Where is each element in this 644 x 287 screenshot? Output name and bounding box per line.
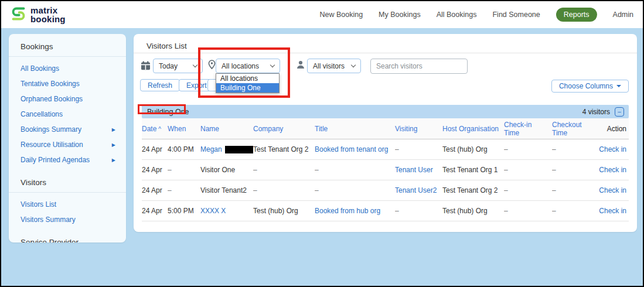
redacted-text (225, 146, 253, 153)
sidebar-section-bookings: Bookings (9, 34, 126, 56)
col-header-host-organisation[interactable]: Host Organisation (442, 125, 504, 133)
cell-date: 24 Apr (142, 145, 168, 153)
matrix-booking-logo[interactable]: matrix booking (11, 6, 66, 24)
chevron-down-icon (193, 63, 197, 67)
location-select[interactable]: All locations (216, 59, 280, 73)
col-header-checkout-time[interactable]: Checkout Time (552, 121, 599, 137)
cell-company: Test Tenant Org 2 (253, 145, 315, 153)
caret-down-icon (616, 85, 621, 87)
cell-name-link[interactable]: XXXX X (200, 207, 253, 215)
col-header-checkin-time[interactable]: Check-in Time (504, 121, 552, 137)
table-header-row: Date^ When Name Company Title Visiting H… (142, 118, 629, 139)
visitor-type-select[interactable]: All visitors (307, 59, 361, 73)
check-in-link[interactable]: Check in (599, 166, 629, 174)
sidebar-item-visitors-summary[interactable]: Visitors Summary (9, 212, 126, 227)
check-in-link[interactable]: Check in (599, 207, 629, 215)
cell-host-organisation: Test (hub) Org (442, 145, 504, 153)
nav-admin[interactable]: Admin (613, 11, 633, 19)
table-row: 24 Apr 5:00 PM XXXX X Test (hub) Org Boo… (142, 201, 629, 221)
logo-wordmark: matrix booking (30, 6, 66, 24)
page-title: Visitors List (134, 34, 637, 50)
cell-visiting-link[interactable]: Tenant User2 (395, 186, 442, 194)
cell-when: 5:00 PM (168, 207, 200, 215)
cell-checkin-time: – (504, 186, 552, 194)
sidebar-item-orphaned-bookings[interactable]: Orphaned Bookings (9, 91, 126, 107)
date-range-select[interactable]: Today (153, 59, 203, 73)
nav-my-bookings[interactable]: My Bookings (379, 11, 421, 19)
sidebar: Bookings All Bookings Tentative Bookings… (9, 34, 126, 242)
visitors-table: Date^ When Name Company Title Visiting H… (142, 118, 629, 221)
cell-checkout-time: – (552, 166, 599, 174)
sidebar-section-visitors: Visitors (9, 170, 126, 192)
dropdown-option-building-one[interactable]: Building One (216, 83, 279, 93)
col-header-when[interactable]: When (168, 125, 200, 133)
cell-date: 24 Apr (142, 166, 168, 174)
cell-host-organisation: Test Tenant Org 1 (442, 166, 504, 174)
sidebar-item-tentative-bookings[interactable]: Tentative Bookings (9, 76, 126, 91)
chevron-down-icon (351, 63, 356, 67)
cell-checkin-time: – (504, 207, 552, 215)
col-header-visiting[interactable]: Visiting (395, 125, 442, 133)
visitor-count-label: 4 visitors (582, 108, 610, 116)
nav-all-bookings[interactable]: All Bookings (437, 11, 477, 19)
group-name-label: Building One (147, 108, 189, 116)
col-header-title[interactable]: Title (315, 125, 395, 133)
sidebar-item-daily-printed-agendas[interactable]: Daily Printed Agendas ▶ (9, 152, 126, 168)
building-group-header: Building One 4 visitors − (142, 105, 629, 118)
cell-checkin-time: – (504, 166, 552, 174)
cell-title-link[interactable]: Booked from tenant org (315, 145, 395, 153)
sidebar-bookings-list: All Bookings Tentative Bookings Orphaned… (9, 57, 126, 170)
cell-visiting-link[interactable]: Tenant User (395, 166, 442, 174)
cell-when: – (168, 186, 200, 194)
cell-visiting: – (395, 145, 442, 153)
check-in-link[interactable]: Check in (599, 145, 629, 153)
top-navigation: New Booking My Bookings All Bookings Fin… (319, 8, 633, 22)
table-row: 24 Apr – Visitor One – – Tenant User Tes… (142, 160, 629, 180)
visitors-list-panel: Visitors List Today All locations (134, 34, 637, 232)
cell-title-link[interactable]: Booked from hub org (315, 207, 395, 215)
cell-name: Visitor One (200, 166, 253, 174)
location-dropdown-list: All locations Building One (216, 73, 280, 93)
sidebar-item-all-bookings[interactable]: All Bookings (9, 61, 126, 76)
cell-when: – (168, 166, 200, 174)
sidebar-section-service-provider: Service Provider (9, 230, 126, 242)
cell-checkout-time: – (552, 207, 599, 215)
matrix-s-logo-icon (11, 6, 26, 24)
cell-host-organisation: Test Tenant Org 2 (442, 186, 504, 194)
chevron-down-icon (270, 63, 275, 67)
cell-checkout-time: – (552, 186, 599, 194)
cell-host-organisation: Test (hub) Org (442, 207, 504, 215)
refresh-button[interactable]: Refresh (140, 79, 180, 91)
cell-date: 24 Apr (142, 207, 168, 215)
cell-name: Visitor Tenant2 (200, 186, 253, 194)
sidebar-visitors-list: Visitors List Visitors Summary (9, 193, 126, 230)
sidebar-item-bookings-summary[interactable]: Bookings Summary ▶ (9, 122, 126, 137)
calendar-icon (141, 61, 151, 73)
cell-company: Test (hub) Org (253, 207, 315, 215)
col-header-date[interactable]: Date^ (142, 125, 168, 133)
submenu-arrow-icon: ▶ (112, 158, 115, 163)
sidebar-item-resource-utilisation[interactable]: Resource Utilisation ▶ (9, 137, 126, 152)
sidebar-item-cancellations[interactable]: Cancellations (9, 107, 126, 122)
cell-date: 24 Apr (142, 186, 168, 194)
check-in-link[interactable]: Check in (599, 186, 629, 194)
sidebar-item-visitors-list[interactable]: Visitors List (9, 197, 126, 212)
nav-find-someone[interactable]: Find Someone (492, 11, 540, 19)
search-visitors-input[interactable] (370, 59, 468, 74)
collapse-group-button[interactable]: − (615, 107, 624, 117)
nav-reports[interactable]: Reports (556, 8, 597, 22)
nav-new-booking[interactable]: New Booking (319, 11, 363, 19)
col-header-name[interactable]: Name (200, 125, 253, 133)
cell-company: – (253, 186, 315, 194)
cell-title: – (315, 166, 395, 174)
dropdown-option-all-locations[interactable]: All locations (216, 74, 279, 83)
person-icon (297, 60, 305, 71)
cell-title: – (315, 186, 395, 194)
submenu-arrow-icon: ▶ (112, 127, 115, 132)
cell-name-link[interactable]: Megan (200, 145, 253, 153)
col-header-company[interactable]: Company (253, 125, 315, 133)
choose-columns-button[interactable]: Choose Columns (551, 80, 629, 93)
top-header: matrix booking New Booking My Bookings A… (1, 1, 643, 28)
submenu-arrow-icon: ▶ (112, 142, 115, 148)
location-pin-icon (208, 60, 216, 72)
